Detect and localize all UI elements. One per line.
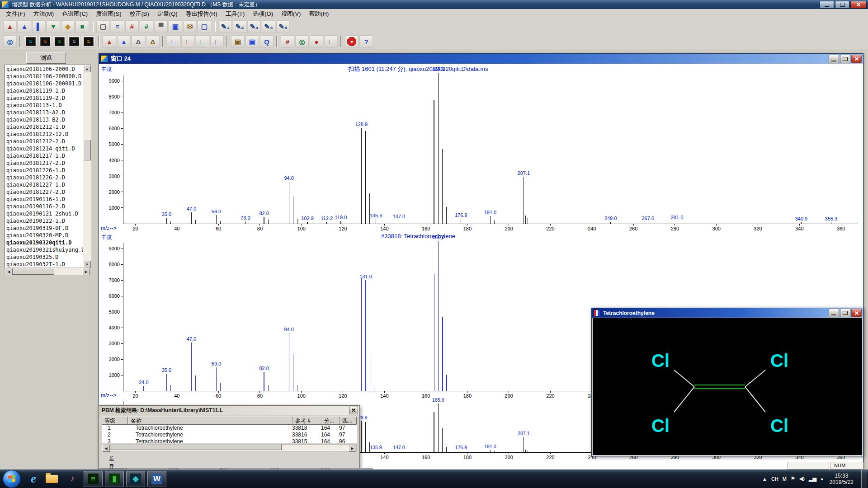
pbm-result-list[interactable]: 1Tetrachloroethylene33818164972Tetrachlo… <box>102 424 357 443</box>
signal-tile-4-icon[interactable]: ≈ <box>67 35 81 48</box>
file-item[interactable]: qiaoxu20190116-1.D <box>5 196 83 203</box>
scroll-right-icon[interactable]: ▶ <box>349 445 356 452</box>
balance-tare-icon[interactable]: Δ <box>132 35 145 48</box>
menu-item-7[interactable]: 导出报告(R) <box>182 9 222 19</box>
menu-item-10[interactable]: 视图(V) <box>277 9 305 19</box>
printer-icon[interactable]: ▀ <box>154 20 168 33</box>
close-icon[interactable] <box>851 55 862 63</box>
menu-item-1[interactable]: 文件(F) <box>2 9 29 19</box>
file-item[interactable]: qiaoxu20181106-2000.D <box>5 66 83 73</box>
file-item[interactable]: qiaoxu20190320qiti.D <box>5 239 83 246</box>
result-table-icon[interactable]: # <box>140 20 153 33</box>
stop-icon[interactable]: ■ <box>345 35 359 48</box>
copy-window-icon[interactable]: ▣ <box>169 20 182 33</box>
file-item[interactable]: qiaoxu2018113-1.D <box>5 102 83 109</box>
mail-report-icon[interactable]: ✉ <box>183 20 197 33</box>
menu-item-2[interactable]: 方法(M) <box>29 9 58 19</box>
chromatogram-icon[interactable]: ▲ <box>3 20 17 33</box>
annotate-1-icon[interactable]: ✎₁ <box>218 20 232 33</box>
file-item[interactable]: qiaoxu2018113-B2.D <box>5 116 83 123</box>
file-item[interactable]: qiaoxu20190321shuiyang.D <box>5 246 83 253</box>
taskbar-app-data[interactable]: ◆ <box>126 471 145 487</box>
file-item[interactable]: qiaoxu20181119-1.D <box>5 87 83 94</box>
menu-item-5[interactable]: 校正(B) <box>126 9 153 19</box>
axes-linear-icon[interactable]: ∟ <box>167 35 180 48</box>
pbm-result-row[interactable]: 2Tetrachloroethylene3381616497 <box>102 432 356 438</box>
pbm-column-header-2[interactable]: 名称 <box>128 417 292 424</box>
record-macro-icon[interactable]: ● <box>310 35 323 48</box>
file-item[interactable]: qiaoxu20181106-200000.D <box>5 73 83 80</box>
difference-spectrum-checkbox[interactable]: 差异谱图(F) <box>104 455 119 469</box>
lang-indicator[interactable]: CH <box>771 476 778 482</box>
browse-button[interactable]: 浏览 <box>26 52 66 64</box>
zoom-peak-icon[interactable]: ◆ <box>61 20 75 33</box>
antivirus-icon[interactable]: ● <box>821 476 824 482</box>
annotate-3-icon[interactable]: ✎₃ <box>247 20 261 33</box>
axes-fit-icon[interactable]: ∟ <box>196 35 209 48</box>
axes-log-icon[interactable]: ∟ <box>181 35 195 48</box>
scroll-right-icon[interactable]: ▶ <box>82 268 90 275</box>
report-page-icon[interactable]: ▢ <box>96 20 110 33</box>
restore-icon[interactable] <box>840 309 850 317</box>
menu-item-3[interactable]: 色谱图(C) <box>58 9 92 19</box>
signal-tile-3-icon[interactable]: ≈ <box>53 35 66 48</box>
file-item[interactable]: qiaoxu20181212-12.D <box>5 131 83 138</box>
balance-measure-icon[interactable]: Δ <box>146 35 160 48</box>
extract-ion-icon[interactable]: ▲ <box>103 35 116 48</box>
minimize-icon[interactable] <box>829 309 839 317</box>
show-desktop-button[interactable] <box>861 469 867 488</box>
taskbar-app-instrument-2[interactable]: ▮ <box>105 471 124 487</box>
close-icon[interactable] <box>851 309 862 317</box>
hscroll-thumb[interactable] <box>13 268 54 275</box>
file-item[interactable]: qiaoxu20181217-1.D <box>5 152 83 160</box>
pbm-column-header-4[interactable]: 分... <box>321 417 340 424</box>
pbm-column-header-5[interactable]: 匹... <box>340 417 357 424</box>
annotate-5-icon[interactable]: ✎₅ <box>276 20 290 33</box>
file-item[interactable]: qiaoxu20190122-1.D <box>5 217 83 225</box>
copy-spectrum-icon[interactable]: ▣ <box>245 35 259 48</box>
annotate-4-icon[interactable]: ✎₄ <box>262 20 275 33</box>
menu-item-4[interactable]: 质谱图(S) <box>92 9 125 19</box>
menu-item-11[interactable]: 帮助(H) <box>305 9 333 19</box>
corner-tool-icon[interactable]: ∟ <box>324 35 338 48</box>
tile-windows-icon[interactable]: # <box>281 35 294 48</box>
scroll-left-icon[interactable]: ◀ <box>102 445 110 452</box>
pbm-column-header-3[interactable]: 参考 # <box>292 417 321 424</box>
taskbar-app-instrument-1[interactable]: ≡ <box>84 471 103 487</box>
file-item[interactable]: qiaoxu20181227-2.D <box>5 188 83 196</box>
file-item[interactable]: qiaoxu20181227-1.D <box>5 181 83 188</box>
signal-tile-1-icon[interactable]: ≈ <box>24 35 38 48</box>
signal-tile-2-icon[interactable]: ≈ <box>38 35 52 48</box>
axes-custom-icon[interactable]: ∟ <box>210 35 224 48</box>
report-grid-icon[interactable]: # <box>125 20 139 33</box>
start-button[interactable] <box>3 470 21 488</box>
pbm-result-row[interactable]: 1Tetrachloroethylene3381816497 <box>102 425 356 432</box>
menu-item-9[interactable]: 选项(O) <box>249 9 277 19</box>
close-icon[interactable] <box>850 1 867 9</box>
pbm-hscroll-thumb[interactable] <box>110 445 282 450</box>
scroll-up-icon[interactable]: ▲ <box>83 65 91 72</box>
vscroll-thumb[interactable] <box>83 140 91 160</box>
pbm-hscrollbar[interactable]: ◀ ▶ <box>102 444 357 451</box>
file-item[interactable]: qiaoxu20190121-2shui.D <box>5 210 83 217</box>
file-item[interactable]: qiaoxu20181214-qiti.D <box>5 145 83 152</box>
file-item[interactable]: qiaoxu20181119-2.D <box>5 94 83 102</box>
explorer-folder-icon[interactable] <box>44 471 59 487</box>
file-item[interactable]: qiaoxu20190319-BF.D <box>5 225 83 232</box>
scroll-down-icon[interactable]: ▼ <box>83 261 91 268</box>
file-item[interactable]: qiaoxu20190320-MP.D <box>5 232 83 239</box>
menu-item-6[interactable]: 定量(Q) <box>153 9 182 19</box>
file-item[interactable]: qiaoxu20181226-1.D <box>5 167 83 174</box>
subtract-spectrum-icon[interactable]: ▲ <box>117 35 131 48</box>
maximize-icon[interactable] <box>835 1 849 9</box>
network-icon[interactable]: ▂▅ <box>809 476 816 482</box>
minimize-icon[interactable] <box>820 1 834 9</box>
data-file-listbox[interactable]: qiaoxu20181106-2000.Dqiaoxu20181106-2000… <box>5 65 91 268</box>
file-item[interactable]: qiaoxu2018113-A2.D <box>5 109 83 116</box>
web-options-icon[interactable]: ◎ <box>295 35 309 48</box>
chromatogram-blue-icon[interactable]: ▲ <box>18 20 31 33</box>
structure-window-titlebar[interactable]: Tetrachloroethylene <box>592 308 863 318</box>
pbm-dialog-titlebar[interactable]: PBM 检索结果: D:\MassHunter\Library\NIST11.L <box>99 406 359 415</box>
pbm-result-row[interactable]: 3Tetrachloroethylene3381516496 <box>102 438 356 443</box>
file-item[interactable]: qiaoxu20181212-1.D <box>5 123 83 131</box>
